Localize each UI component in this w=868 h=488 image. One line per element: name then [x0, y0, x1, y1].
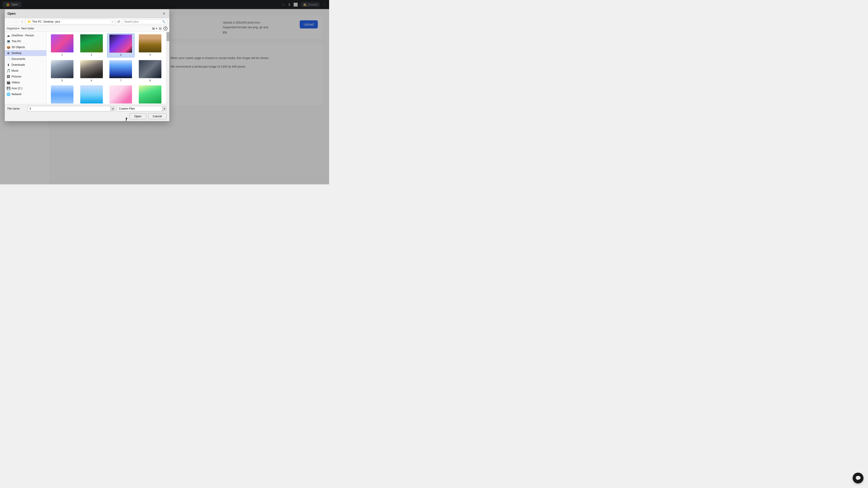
- dialog-organize-toolbar: Organize ▾ New folder ⊞ ▾ ⊟ ?: [5, 26, 169, 32]
- filename-input-wrapper: ▾: [27, 106, 115, 111]
- file-item-2[interactable]: 2: [78, 33, 105, 57]
- acer-c-icon: 💾: [6, 87, 10, 90]
- file-label-3: 3: [120, 54, 121, 56]
- downloads-label: Downloads: [11, 63, 25, 66]
- 3d-objects-icon: 📦: [6, 45, 10, 49]
- dialog-overlay: Open ✕ ← → ↑ 📁 This PC › Desktop › pics …: [0, 0, 329, 184]
- file-item-8[interactable]: 8: [136, 59, 164, 83]
- organize-button[interactable]: Organize ▾: [6, 27, 20, 30]
- sidebar-network[interactable]: 🌐 Network: [5, 91, 46, 97]
- file-item-4[interactable]: 4: [136, 33, 164, 57]
- dialog-nav-toolbar: ← → ↑ 📁 This PC › Desktop › pics ▾ ↺ 🔍: [5, 18, 169, 26]
- desktop-label: Desktop: [11, 52, 22, 55]
- footer-row1: File name: ▾ ▾: [7, 106, 166, 111]
- 3d-objects-label: 3D Objects: [11, 46, 25, 49]
- dialog-titlebar: Open ✕: [5, 9, 169, 18]
- files-grid: 12345678: [49, 33, 167, 104]
- file-thumb-7: [110, 60, 132, 78]
- view-dropdown-icon: ▾: [156, 27, 157, 30]
- columns-icon: ⊟: [159, 27, 162, 30]
- file-label-2: 2: [91, 53, 92, 56]
- back-button[interactable]: ←: [6, 19, 12, 24]
- file-item-12[interactable]: [136, 85, 164, 104]
- new-folder-button[interactable]: New folder: [21, 27, 34, 30]
- scroll-thumb[interactable]: [166, 32, 169, 41]
- onedrive-icon: ☁: [6, 34, 10, 37]
- file-thumb-8: [139, 60, 161, 78]
- forward-button[interactable]: →: [13, 19, 19, 24]
- sidebar-acer-c[interactable]: 💾 Acer (C:): [5, 86, 46, 91]
- sidebar-onedrive[interactable]: ☁ OneDrive - Person: [5, 33, 46, 38]
- sidebar-this-pc[interactable]: 💻 This PC: [5, 38, 46, 44]
- filetype-wrapper: ▾: [117, 106, 166, 111]
- network-icon: 🌐: [6, 92, 10, 96]
- file-thumb-9: [51, 86, 73, 103]
- file-item-10[interactable]: [78, 85, 105, 104]
- file-thumb-2: [80, 34, 103, 53]
- sidebar-downloads[interactable]: ⬇ Downloads: [5, 62, 46, 68]
- filename-label: File name:: [7, 107, 26, 110]
- view-icon: ⊞: [152, 27, 155, 30]
- file-item-5[interactable]: 5: [49, 59, 76, 83]
- videos-icon: 🎬: [6, 80, 10, 84]
- columns-button[interactable]: ⊟: [159, 27, 162, 30]
- dialog-close-button[interactable]: ✕: [162, 11, 166, 16]
- file-item-6[interactable]: 6: [78, 59, 105, 83]
- breadcrumb-desktop[interactable]: Desktop: [43, 20, 54, 23]
- file-item-9[interactable]: [49, 85, 76, 104]
- file-thumb-3: [110, 35, 132, 53]
- desktop-icon: 🖥: [6, 51, 10, 55]
- sidebar-videos[interactable]: 🎬 Videos: [5, 79, 46, 86]
- organize-label: Organize: [6, 27, 18, 30]
- view-button[interactable]: ⊞ ▾: [152, 27, 157, 30]
- sidebar-music[interactable]: 🎵 Music: [5, 68, 46, 74]
- breadcrumb-sep1: ›: [42, 20, 43, 23]
- breadcrumb-sep2: ›: [54, 20, 55, 23]
- dialog-footer: File name: ▾ ▾ Open Cancel: [5, 104, 169, 121]
- music-icon: 🎵: [6, 69, 10, 72]
- breadcrumb-pics[interactable]: pics: [55, 20, 60, 23]
- sidebar-desktop[interactable]: 🖥 Desktop: [5, 50, 46, 56]
- file-label-4: 4: [149, 53, 151, 56]
- dialog-sidebar: ☁ OneDrive - Person 💻 This PC 📦 3D Objec…: [5, 32, 46, 104]
- file-thumb-5: [51, 60, 73, 78]
- cancel-button[interactable]: Cancel: [148, 113, 166, 119]
- filename-input[interactable]: [27, 106, 115, 111]
- open-button[interactable]: Open: [129, 113, 146, 119]
- file-thumb-11: [110, 86, 132, 103]
- sidebar-3d-objects[interactable]: 📦 3D Objects: [5, 44, 46, 50]
- breadcrumb: This PC › Desktop › pics: [32, 20, 60, 23]
- file-label-8: 8: [149, 79, 151, 82]
- sidebar-documents[interactable]: 📄 Documents: [5, 56, 46, 62]
- file-item-7[interactable]: 7: [107, 59, 135, 83]
- search-icon: 🔍: [162, 20, 165, 23]
- acer-c-label: Acer (C:): [11, 87, 22, 90]
- dialog-body: ☁ OneDrive - Person 💻 This PC 📦 3D Objec…: [5, 32, 169, 104]
- search-input[interactable]: [124, 20, 161, 23]
- network-label: Network: [11, 93, 22, 96]
- file-thumb-6: [80, 60, 103, 78]
- organize-chevron: ▾: [18, 27, 20, 30]
- address-dropdown-btn[interactable]: ▾: [112, 20, 113, 23]
- sidebar-pictures[interactable]: 🖼 Pictures: [5, 74, 46, 79]
- help-button[interactable]: ?: [163, 26, 167, 31]
- file-item-1[interactable]: 1: [49, 33, 76, 57]
- help-icon: ?: [163, 26, 167, 31]
- file-label-1: 1: [61, 53, 63, 56]
- dialog-title-text: Open: [7, 12, 16, 15]
- footer-row2: Open Cancel: [7, 113, 166, 119]
- filetype-input[interactable]: [117, 106, 166, 111]
- file-item-3[interactable]: 3: [107, 33, 135, 57]
- up-button[interactable]: ↑: [20, 19, 24, 24]
- file-thumb-4: [139, 34, 161, 53]
- filename-dropdown-button[interactable]: ▾: [111, 106, 115, 111]
- filetype-dropdown-button[interactable]: ▾: [162, 106, 166, 111]
- scrollbar[interactable]: [166, 32, 169, 104]
- file-item-11[interactable]: [107, 85, 135, 104]
- breadcrumb-this-pc[interactable]: This PC: [32, 20, 42, 23]
- refresh-button[interactable]: ↺: [116, 19, 121, 24]
- music-label: Music: [11, 69, 19, 72]
- address-bar[interactable]: 📁 This PC › Desktop › pics ▾: [25, 19, 115, 24]
- file-thumb-12: [139, 86, 161, 103]
- open-dialog: Open ✕ ← → ↑ 📁 This PC › Desktop › pics …: [4, 9, 169, 121]
